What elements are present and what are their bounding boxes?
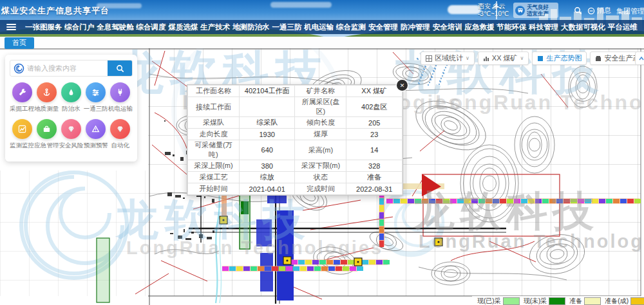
app-item-3[interactable]: 一通三防 xyxy=(84,82,108,113)
legend-label: 准备 xyxy=(569,297,582,305)
app-item-8[interactable]: 预测预警 xyxy=(84,119,108,150)
tab-bar: 首页 xyxy=(0,37,644,48)
nav-item-10[interactable]: 安全管理 xyxy=(368,23,398,32)
dialog-label: 矿井名称 xyxy=(295,86,346,97)
app-item-9[interactable]: 自动化 xyxy=(108,119,133,150)
dialog-label: 所属采区(盘区) xyxy=(295,97,346,117)
nav-item-6[interactable]: 地测防治水 xyxy=(232,23,270,32)
dialog-value: 380 xyxy=(239,160,295,172)
dialog-row: 走向长度1930煤厚23 xyxy=(188,129,402,140)
nav-item-1[interactable]: 综合门户 xyxy=(64,23,94,32)
main-nav: 一张图服务综合门户全息驾驶舱综合调度煤质选煤生产技术地测防治水一通三防机电运输综… xyxy=(0,20,644,34)
app-label: 一通三防 xyxy=(84,105,108,113)
dialog-value: 328 xyxy=(346,160,402,172)
messages-label: 消息 xyxy=(597,6,611,15)
dialog-row: 采煤队综采队倾向长度205 xyxy=(188,117,402,129)
dialog-label: 完成时间 xyxy=(295,183,346,195)
dialog-row: 采煤工艺综放状态准备 xyxy=(188,172,402,183)
dialog-label: 倾向长度 xyxy=(295,117,346,129)
production-map-label: 生产态势图 xyxy=(546,53,582,63)
map-canvas[interactable]: 龙软科技 龙软科技 LongRuan Technologies LongRuan… xyxy=(0,48,644,305)
legend-label: 准备(成) xyxy=(605,297,629,305)
nav-item-5[interactable]: 生产技术 xyxy=(200,23,230,32)
hamburger-icon[interactable] xyxy=(6,23,16,32)
message-icon xyxy=(587,7,595,15)
nav-item-8[interactable]: 机电运输 xyxy=(304,23,334,32)
chevron-up-icon xyxy=(638,55,644,62)
nav-item-17[interactable]: 平台运维 xyxy=(608,23,638,32)
legend-item: 准备(成) xyxy=(601,297,644,305)
close-icon[interactable]: ✕ xyxy=(397,80,408,91)
plug-icon xyxy=(110,82,130,102)
app-item-7[interactable]: 安全风险 xyxy=(59,119,83,150)
app-label: 防治水 xyxy=(62,105,80,113)
app-item-4[interactable]: 机电运输 xyxy=(108,82,133,113)
dialog-label: 接续工作面 xyxy=(188,97,240,117)
map-icon xyxy=(537,55,544,62)
warning-icon xyxy=(86,119,106,139)
legend-item: 准备 xyxy=(565,297,601,305)
legend-swatch xyxy=(549,297,565,305)
dialog-value: 205 xyxy=(346,117,402,129)
droplet-icon xyxy=(61,82,81,102)
search-icon[interactable] xyxy=(574,6,582,17)
weather-badge: 天气良好 适宜生产 xyxy=(513,3,558,18)
mine-select[interactable]: XX 煤矿∨ xyxy=(478,51,529,65)
magnifier-icon xyxy=(116,64,124,73)
nav-item-3[interactable]: 综合调度 xyxy=(137,23,166,32)
dialog-row: 开始时间2021-04-01完成时间2022-08-31 xyxy=(188,183,402,195)
collapse-button[interactable] xyxy=(635,51,644,65)
search-input[interactable] xyxy=(27,64,108,72)
dialog-value: 综采队 xyxy=(239,117,295,129)
messages-button[interactable]: 消息 xyxy=(587,6,611,15)
user-menu[interactable]: 集团管理员 xyxy=(616,6,644,16)
sliders-icon xyxy=(86,82,106,102)
app-item-6[interactable]: 应急管理 xyxy=(34,119,59,150)
dialog-label: 开始时间 xyxy=(188,183,240,195)
nav-item-0[interactable]: 一张图服务 xyxy=(25,23,62,32)
nav-item-14[interactable]: 节能环保 xyxy=(497,23,526,32)
legend-swatch xyxy=(503,297,520,305)
app-item-5[interactable]: 监测监控 xyxy=(10,119,34,150)
app-label: 监测监控 xyxy=(10,142,34,150)
app-item-1[interactable]: 地质测量 xyxy=(34,82,59,113)
dialog-value: 14 xyxy=(346,140,402,160)
dialog-row: 工作面名称402104工作面矿井名称XX 煤矿 xyxy=(188,86,402,97)
nav-item-11[interactable]: 防冲管理 xyxy=(401,23,430,32)
tab-home[interactable]: 首页 xyxy=(5,37,34,49)
dialog-row: 接续工作面所属采区(盘区)402盘区 xyxy=(188,97,402,117)
region-stats-button[interactable]: 区域统计∨ xyxy=(421,51,475,65)
app-label: 机电运输 xyxy=(108,105,133,113)
dialog-label: 走向长度 xyxy=(188,129,240,140)
nav-item-13[interactable]: 应急救援 xyxy=(464,23,494,32)
grid-icon xyxy=(426,55,432,62)
nav-item-12[interactable]: 安全培训 xyxy=(433,23,462,32)
dialog-label: 状态 xyxy=(295,172,346,183)
cloud-decor xyxy=(448,5,481,14)
nav-item-4[interactable]: 煤质选煤 xyxy=(168,23,198,32)
dialog-label: 采煤工艺 xyxy=(188,172,240,183)
nav-item-16[interactable]: 大数据可视化 xyxy=(561,23,605,32)
app-label: 应急管理 xyxy=(34,142,59,150)
app-item-0[interactable]: 采掘工程 xyxy=(10,82,34,113)
dialog-value: 23 xyxy=(346,129,402,140)
dialog-value: 2022-08-31 xyxy=(346,183,402,195)
dialog-row: 采深上限(m)380采深下限(m)328 xyxy=(188,160,402,172)
badge-line1: 天气良好 xyxy=(527,4,549,10)
search-button[interactable] xyxy=(108,60,132,77)
production-map-button[interactable]: 生产态势图 xyxy=(532,51,587,65)
quick-access-panel: 采掘工程地质测量防治水一通三防机电运输监测监控应急管理安全风险预测预警自动化 xyxy=(5,55,137,162)
chart-icon xyxy=(12,119,32,139)
cloud-decor xyxy=(270,2,332,8)
nav-item-9[interactable]: 综合监测 xyxy=(336,23,366,32)
app-item-2[interactable]: 防治水 xyxy=(59,82,83,113)
nav-item-15[interactable]: 科技管理 xyxy=(529,23,558,32)
badge-line2: 适宜生产 xyxy=(527,10,549,17)
wind-turbine-icon xyxy=(488,1,505,23)
nav-item-7[interactable]: 一通三防 xyxy=(272,23,301,32)
nav-item-2[interactable]: 全息驾驶舱 xyxy=(97,23,134,32)
anchor-icon xyxy=(37,82,57,102)
gem-icon xyxy=(61,119,81,139)
legend-swatch xyxy=(584,297,601,305)
map-toolbar: 区域统计∨ XX 煤矿∨ 生产态势图 安全生产态势图∨ 工具∨ xyxy=(421,51,644,65)
